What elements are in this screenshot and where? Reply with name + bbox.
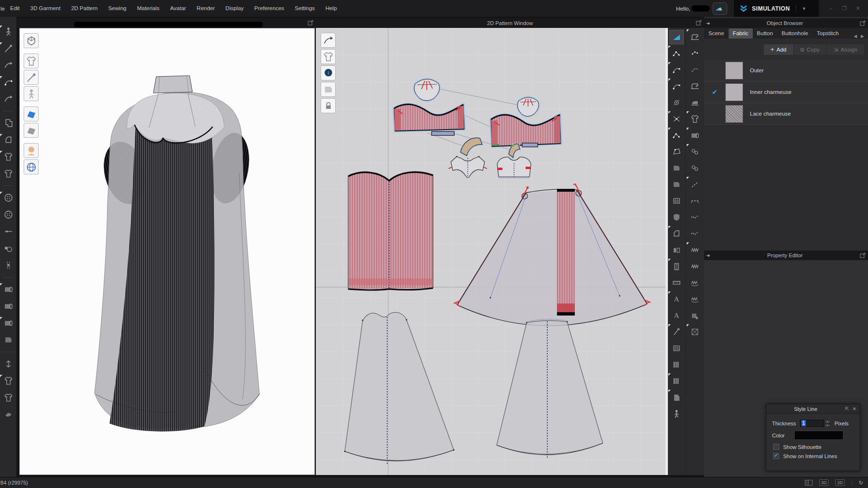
view-3d-badge[interactable]: 3D (819, 479, 829, 486)
sewing-machine-tool[interactable] (688, 30, 702, 44)
transform-pattern-tool[interactable] (2, 134, 14, 145)
plus-fabric-tool[interactable] (688, 308, 702, 323)
show-internal-lines-checkbox[interactable] (773, 453, 779, 459)
lock-garment[interactable] (321, 98, 336, 113)
garment-3d-canvas[interactable] (19, 28, 315, 475)
thickness-input[interactable]: 1 (800, 420, 824, 427)
curve-pen-tool[interactable] (2, 59, 14, 71)
shirt-roll-tool[interactable] (688, 128, 702, 143)
buttons-shirt-tool[interactable] (688, 145, 702, 159)
seam-ruler-tool[interactable] (669, 259, 684, 274)
pattern-corset-front[interactable] (348, 172, 433, 290)
menu-item-render[interactable]: Render (191, 0, 220, 17)
curve2-tool[interactable] (669, 79, 684, 93)
avatar-head-toggle[interactable] (24, 143, 39, 158)
zigzag-curve-tool[interactable] (688, 276, 702, 290)
menu-item-settings[interactable]: Settings (289, 0, 320, 17)
render-style-cube[interactable] (24, 33, 39, 48)
minimize-button[interactable]: – (827, 5, 834, 12)
polyline2-tool[interactable] (669, 128, 684, 143)
copy-fabric-button[interactable]: ⧉ Copy (793, 44, 827, 55)
button-tool[interactable] (2, 192, 14, 203)
flip-tool[interactable] (669, 243, 684, 257)
zipper-tool[interactable] (2, 259, 14, 271)
zigzag-fabric-tool[interactable] (688, 292, 702, 306)
pattern-tab-right[interactable] (522, 143, 538, 147)
show-stroke-eye[interactable] (321, 33, 336, 48)
collapse-arrow-icon[interactable]: ➜ (706, 253, 710, 258)
pen-fabric-tool[interactable] (2, 93, 14, 105)
tab-button[interactable]: Button (753, 28, 777, 39)
pin-tool[interactable] (2, 42, 14, 54)
shirt-design-tool[interactable] (2, 151, 14, 162)
stitch-dots-tool[interactable] (688, 46, 702, 61)
transform-tool[interactable] (669, 30, 684, 44)
tab-fabric[interactable]: Fabric (729, 28, 753, 39)
pattern-cup-right[interactable] (517, 97, 539, 117)
fabric-gray-toggle[interactable] (24, 123, 39, 138)
paper-tool[interactable] (669, 390, 684, 405)
show-silhouette-checkbox[interactable] (773, 444, 779, 450)
polygon-tool[interactable] (669, 145, 684, 159)
fabric-swatch[interactable] (725, 62, 743, 79)
fabric-roll2-tool[interactable] (2, 300, 14, 312)
simulation-dropdown-caret[interactable]: ▼ (796, 5, 812, 13)
popout-icon[interactable] (308, 20, 313, 26)
zigzag-tool[interactable] (688, 243, 702, 257)
wave-dots-tool[interactable] (688, 210, 702, 224)
fabric-roll-tool[interactable] (2, 283, 14, 295)
cross-tool[interactable] (669, 112, 684, 126)
pattern-curve-tool[interactable] (2, 76, 14, 88)
zoom-machine-tool[interactable] (688, 79, 702, 93)
popout-icon[interactable] (860, 253, 866, 258)
simulation-button[interactable]: SIMULATION ▼ (734, 0, 819, 17)
wave-cluster-tool[interactable] (688, 226, 702, 241)
menu-item-clipped[interactable]: le (0, 6, 5, 12)
collapse-arrow-icon[interactable]: ➜ (706, 21, 710, 26)
tab-scene[interactable]: Scene (704, 28, 729, 39)
fabric-square-tool[interactable] (2, 334, 14, 345)
ruler-tool[interactable] (669, 276, 684, 290)
sync-icon[interactable]: ↻ (859, 480, 863, 486)
menu-item-3d-garment[interactable]: 3D Garment (25, 0, 66, 17)
compass-tool[interactable] (669, 325, 684, 339)
iron-tool[interactable] (688, 95, 702, 110)
curve-tool[interactable] (669, 63, 684, 77)
rect-shape-tool[interactable] (669, 161, 684, 175)
quilt-grid-tool[interactable] (669, 341, 684, 356)
tab-buttonhole[interactable]: Buttonhole (777, 28, 813, 39)
view-2d-badge[interactable]: 2D (835, 479, 845, 486)
popout-icon[interactable] (696, 20, 702, 26)
dart-tool[interactable] (2, 117, 14, 129)
restore-button[interactable]: ❐ (841, 5, 848, 12)
close-button[interactable]: ✕ (854, 5, 861, 12)
folds-tool[interactable] (669, 357, 684, 372)
globe-toggle[interactable] (24, 159, 39, 174)
shirt-tape-tool[interactable] (2, 375, 14, 386)
assign-fabric-button[interactable]: ⇲ Assign (827, 44, 864, 55)
menu-item-edit[interactable]: Edit (5, 0, 25, 17)
fabric-row[interactable]: ✔ Inner charmeuse (704, 81, 868, 103)
trace-tool[interactable] (669, 226, 684, 241)
slider-tool[interactable] (2, 225, 14, 237)
pattern-cup-left[interactable] (414, 79, 440, 101)
pattern-grid-tool[interactable] (669, 194, 684, 208)
close-icon[interactable]: ✕ (853, 406, 856, 411)
tab-topstitch[interactable]: Topstitch (813, 28, 843, 39)
circle-point-tool[interactable] (669, 95, 684, 110)
checker-tool[interactable] (688, 325, 702, 339)
shirt-tool[interactable] (688, 112, 702, 126)
text2-tool[interactable]: A (669, 308, 684, 323)
cloud-account-button[interactable]: ☁ c (713, 2, 727, 15)
button2-tool[interactable] (2, 209, 14, 220)
dash-line-tool[interactable] (688, 194, 702, 208)
fabric-swatch[interactable] (725, 105, 743, 123)
show-pieces[interactable] (321, 82, 336, 97)
shirt-design2-tool[interactable] (2, 168, 14, 179)
thickness-stepper[interactable]: ▲▼ (825, 420, 831, 427)
show-sewing-eye[interactable] (24, 70, 39, 85)
polyline-tool[interactable] (669, 46, 684, 61)
fabric-blue-toggle[interactable] (24, 106, 39, 121)
dock-icon[interactable]: ⇱ (845, 406, 849, 411)
fabric-roll3-tool[interactable] (2, 317, 14, 329)
